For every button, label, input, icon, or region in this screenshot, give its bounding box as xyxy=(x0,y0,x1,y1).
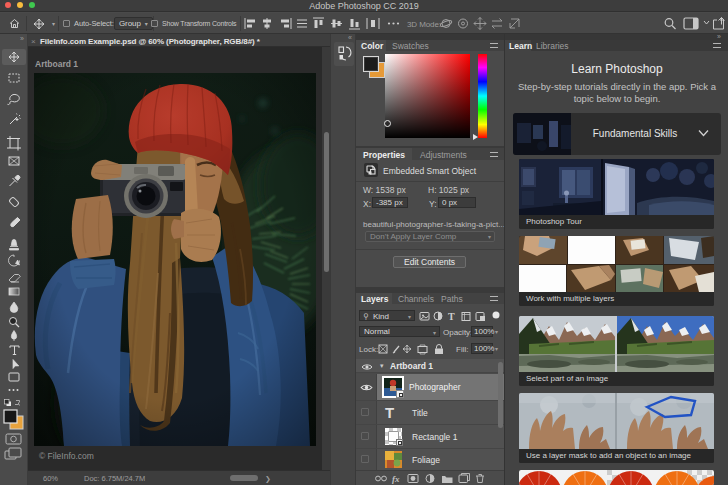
svg-text:T: T xyxy=(448,311,455,322)
svg-text:3D Mode:: 3D Mode: xyxy=(407,20,441,29)
svg-text:fx: fx xyxy=(392,474,400,484)
